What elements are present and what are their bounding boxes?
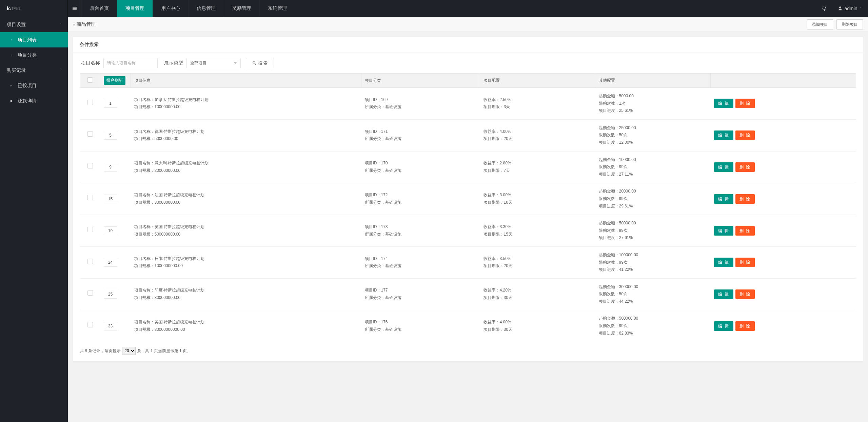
delete-project-button[interactable]: 删除项目 (836, 19, 863, 29)
edit-button[interactable]: 编 辑 (714, 99, 733, 108)
row-checkbox[interactable] (87, 131, 93, 137)
sidebar-item-label: 已投项目 (18, 78, 37, 93)
project-name: 项目名称：英国-特斯拉超级充电桩计划 (134, 223, 358, 231)
delete-button[interactable]: 删 除 (735, 258, 755, 267)
card-body: 项目名称 展示类型 全部项目 搜 索 (73, 53, 863, 361)
project-name: 项目名称：意大利-特斯拉超级充电桩计划 (134, 160, 358, 167)
topnav-item[interactable]: 系统管理 (259, 0, 295, 17)
search-name-input[interactable] (103, 58, 158, 68)
topnav-item[interactable]: 后台首页 (81, 0, 117, 17)
sidebar-item[interactable]: 已投项目 (0, 78, 68, 93)
chevron-down-icon: ˇ (60, 17, 61, 32)
project-belong: 所属分类：基础设施 (365, 231, 477, 238)
table-row: 项目名称：意大利-特斯拉超级充电桩计划项目规模：200000000.00项目ID… (80, 151, 856, 183)
row-checkbox[interactable] (87, 195, 93, 200)
project-name: 项目名称：法国-特斯拉超级充电桩计划 (134, 192, 358, 199)
pagination: 共 8 条记录，每页显示 20 条，共 1 页当前显示第 1 页。 (80, 342, 856, 356)
sidebar-item-label: 项目列表 (18, 32, 37, 47)
topnav-item[interactable]: 信息管理 (188, 0, 224, 17)
logo[interactable]: lcTP5.3 (0, 0, 68, 17)
sort-input[interactable] (104, 226, 117, 235)
sort-input[interactable] (104, 99, 117, 108)
th-cat: 项目分类 (361, 74, 480, 88)
delete-button[interactable]: 删 除 (735, 226, 755, 236)
edit-button[interactable]: 编 辑 (714, 162, 733, 172)
project-id: 项目ID：172 (365, 192, 477, 199)
project-progress: 项目进度：12.00% (599, 139, 707, 146)
project-start-amount: 起购金额：5000.00 (599, 93, 707, 100)
edit-button[interactable]: 编 辑 (714, 321, 733, 331)
edit-button[interactable]: 编 辑 (714, 194, 733, 204)
select-all-checkbox[interactable] (87, 77, 93, 83)
sort-input[interactable] (104, 258, 117, 267)
project-belong: 所属分类：基础设施 (365, 294, 477, 302)
project-limit: 限购次数：99次 (599, 195, 707, 203)
project-start-amount: 起购金额：50000.00 (599, 220, 707, 227)
topnav-item[interactable]: 用户中心 (153, 0, 188, 17)
sidebar-item[interactable]: 项目列表 (0, 32, 68, 47)
row-checkbox[interactable] (87, 259, 93, 264)
sidebar-group[interactable]: 项目设置ˇ (0, 17, 68, 32)
sort-input[interactable] (104, 195, 117, 203)
delete-button[interactable]: 删 除 (735, 99, 755, 108)
search-type-select[interactable]: 全部项目 (186, 58, 241, 68)
project-scale: 项目规模：200000000.00 (134, 167, 358, 175)
chevron-down-icon: ˇ (60, 63, 61, 78)
project-start-amount: 起购金额：25000.00 (599, 124, 707, 132)
project-limit: 限购次数：50次 (599, 132, 707, 139)
project-belong: 所属分类：基础设施 (365, 167, 477, 175)
project-id: 项目ID：177 (365, 287, 477, 294)
row-checkbox[interactable] (87, 163, 93, 168)
add-project-button[interactable]: 添加项目 (807, 19, 833, 29)
table-row: 项目名称：法国-特斯拉超级充电桩计划项目规模：300000000.00项目ID：… (80, 183, 856, 215)
row-checkbox[interactable] (87, 322, 93, 327)
sort-refresh-button[interactable]: 排序刷新 (104, 76, 125, 85)
sort-input[interactable] (104, 290, 117, 299)
th-conf: 项目配置 (480, 74, 595, 88)
menu-icon (72, 6, 77, 11)
sort-input[interactable] (104, 322, 117, 330)
edit-button[interactable]: 编 辑 (714, 130, 733, 140)
logo-main: lc (7, 6, 11, 11)
edit-button[interactable]: 编 辑 (714, 289, 733, 299)
sidebar-item[interactable]: 项目分类 (0, 47, 68, 63)
refresh-button[interactable] (817, 0, 831, 17)
delete-button[interactable]: 删 除 (735, 321, 755, 331)
sidebar-item[interactable]: 还款详情 (0, 93, 68, 108)
project-id: 项目ID：174 (365, 255, 477, 263)
row-checkbox[interactable] (87, 290, 93, 296)
topbar: lcTP5.3 后台首页项目管理用户中心信息管理奖励管理系统管理 admin ˇ (0, 0, 868, 17)
top-nav: 后台首页项目管理用户中心信息管理奖励管理系统管理 (81, 0, 295, 17)
project-progress: 项目进度：41.22% (599, 266, 707, 274)
sidebar-group[interactable]: 购买记录ˇ (0, 63, 68, 78)
sort-input[interactable] (104, 163, 117, 172)
edit-button[interactable]: 编 辑 (714, 226, 733, 236)
project-start-amount: 起购金额：20000.00 (599, 188, 707, 195)
sort-input[interactable] (104, 131, 117, 140)
table-header: 排序刷新 项目信息 项目分类 项目配置 其他配置 (80, 74, 856, 88)
row-checkbox[interactable] (87, 227, 93, 232)
pagination-prefix: 共 8 条记录，每页显示 (80, 348, 121, 354)
topnav-item[interactable]: 项目管理 (117, 0, 153, 17)
project-period: 项目期限：7天 (484, 167, 592, 175)
delete-button[interactable]: 删 除 (735, 289, 755, 299)
project-rate: 收益率：4.00% (484, 128, 592, 136)
topnav-item[interactable]: 奖励管理 (224, 0, 259, 17)
delete-button[interactable]: 删 除 (735, 162, 755, 172)
sidebar-group-label: 项目设置 (7, 17, 26, 32)
user-menu-button[interactable]: admin ˇ (831, 0, 868, 17)
delete-button[interactable]: 删 除 (735, 194, 755, 204)
search-button[interactable]: 搜 索 (246, 58, 274, 68)
per-page-select[interactable]: 20 (122, 347, 136, 355)
menu-toggle-button[interactable] (68, 0, 81, 17)
row-checkbox[interactable] (87, 100, 93, 105)
delete-button[interactable]: 删 除 (735, 130, 755, 140)
th-info: 项目信息 (131, 74, 361, 88)
project-limit: 限购次数：1次 (599, 100, 707, 107)
project-rate: 收益率：3.00% (484, 192, 592, 199)
project-period: 项目期限：3天 (484, 103, 592, 111)
table-row: 项目名称：英国-特斯拉超级充电桩计划项目规模：500000000.00项目ID：… (80, 215, 856, 247)
project-start-amount: 起购金额：10000.00 (599, 156, 707, 164)
edit-button[interactable]: 编 辑 (714, 258, 733, 267)
th-actions (711, 74, 856, 88)
